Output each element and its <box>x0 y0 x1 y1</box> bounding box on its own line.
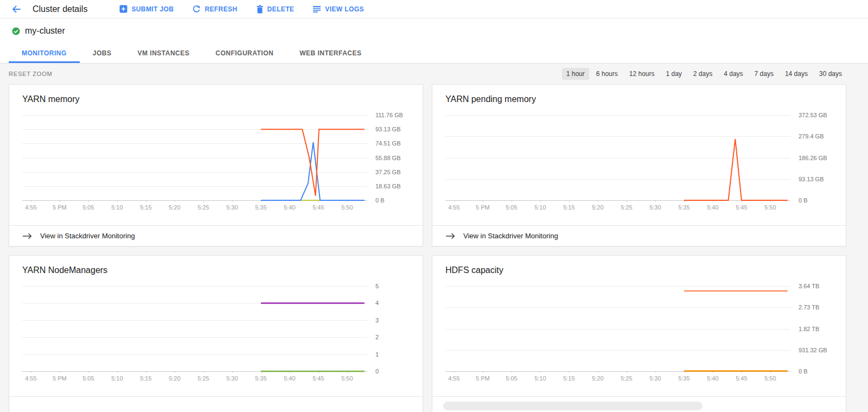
time-range-option[interactable]: 12 hours <box>625 68 659 80</box>
chart-title: HDFS capacity <box>432 256 846 275</box>
stackdriver-link[interactable]: View in Stackdriver Monitoring <box>432 225 846 246</box>
tab-monitoring[interactable]: MONITORING <box>9 43 80 63</box>
chart-y-axis: 111.76 GB93.13 GB74.51 GB55.88 GB37.25 G… <box>367 115 410 200</box>
y-axis-label: 0 <box>375 368 379 375</box>
tab-jobs[interactable]: JOBS <box>80 43 125 63</box>
x-axis-label: 5 PM <box>53 204 67 211</box>
x-axis-label: 5:15 <box>140 204 151 211</box>
y-axis-label: 93.13 GB <box>375 126 400 132</box>
tab-vm-instances-label: VM INSTANCES <box>137 49 189 57</box>
time-range-option[interactable]: 1 day <box>662 68 686 80</box>
chart-y-axis: 543210 <box>367 286 410 371</box>
y-axis-label: 111.76 GB <box>375 112 403 118</box>
y-axis-label: 1 <box>375 351 379 358</box>
reset-zoom-button[interactable]: RESET ZOOM <box>9 71 53 77</box>
y-axis-label: 37.25 GB <box>375 169 400 175</box>
y-axis-label: 931.32 GB <box>799 347 827 353</box>
chart-title: YARN pending memory <box>432 85 846 104</box>
time-range-option[interactable]: 2 days <box>689 68 717 80</box>
x-axis-label: 4:55 <box>25 375 36 382</box>
chart-x-axis: 4:555 PM5:055:105:155:205:255:305:355:40… <box>22 200 367 211</box>
chart-plot-area[interactable] <box>445 115 790 200</box>
time-range-option[interactable]: 30 days <box>815 68 846 80</box>
tab-vm-instances[interactable]: VM INSTANCES <box>124 43 202 63</box>
x-axis-label: 5:15 <box>563 375 575 382</box>
x-axis-label: 5:45 <box>312 204 324 211</box>
submit-job-label: SUBMIT JOB <box>131 5 174 13</box>
tab-web-interfaces[interactable]: WEB INTERFACES <box>286 43 374 63</box>
tab-configuration[interactable]: CONFIGURATION <box>202 43 286 63</box>
chart-series-svg <box>445 115 790 200</box>
x-axis-label: 5 PM <box>53 375 67 382</box>
page-title: Cluster details <box>33 4 87 14</box>
stackdriver-link[interactable] <box>9 396 423 412</box>
x-axis-label: 5:35 <box>678 204 690 211</box>
chart-line <box>684 139 788 200</box>
x-axis-label: 5:20 <box>169 375 180 382</box>
y-axis-label: 0 B <box>799 197 808 204</box>
chart: 372.53 GB279.4 GB186.26 GB93.13 GB0 B 4:… <box>432 115 846 211</box>
chart-card-yarn-pending-memory: YARN pending memory 372.53 GB279.4 GB186… <box>432 84 846 246</box>
time-range-selector: 1 hour6 hours12 hours1 day2 days4 days7 … <box>562 68 846 80</box>
y-axis-label: 279.4 GB <box>799 133 824 140</box>
chart-line <box>261 129 365 195</box>
cluster-name: my-cluster <box>25 26 65 36</box>
chart-title: YARN memory <box>9 85 423 104</box>
submit-job-button[interactable]: SUBMIT JOB <box>110 5 183 13</box>
x-axis-label: 5:25 <box>197 375 209 382</box>
y-axis-label: 93.13 GB <box>799 176 824 182</box>
x-axis-label: 5:30 <box>649 204 661 211</box>
x-axis-label: 5:25 <box>621 375 632 382</box>
chart-plot-area[interactable] <box>445 286 790 371</box>
x-axis-label: 5:50 <box>341 204 353 211</box>
chart-x-axis: 4:555 PM5:055:105:155:205:255:305:355:40… <box>445 200 790 211</box>
stackdriver-link[interactable] <box>432 396 846 412</box>
x-axis-label: 5:15 <box>140 375 151 382</box>
chart-series-svg <box>22 286 367 371</box>
y-axis-label: 3 <box>375 317 379 324</box>
monitoring-content: RESET ZOOM 1 hour6 hours12 hours1 day2 d… <box>0 64 868 412</box>
y-axis-label: 0 B <box>799 368 808 375</box>
y-axis-label: 2.73 TB <box>799 304 819 310</box>
chart-x-axis: 4:555 PM5:055:105:155:205:255:305:355:40… <box>22 371 367 382</box>
x-axis-label: 5:50 <box>764 375 776 382</box>
time-range-option[interactable]: 7 days <box>750 68 778 80</box>
x-axis-label: 5:25 <box>621 204 632 211</box>
x-axis-label: 5:45 <box>736 204 747 211</box>
status-ok-icon <box>12 27 20 35</box>
chart: 111.76 GB93.13 GB74.51 GB55.88 GB37.25 G… <box>9 115 423 211</box>
x-axis-label: 4:55 <box>25 204 36 211</box>
refresh-button[interactable]: REFRESH <box>183 5 246 14</box>
time-range-option[interactable]: 1 hour <box>562 68 589 80</box>
arrow-right-icon <box>22 233 32 239</box>
trash-icon <box>256 5 264 14</box>
x-axis-label: 5:40 <box>707 204 718 211</box>
delete-button[interactable]: DELETE <box>247 5 304 14</box>
charts-grid: YARN memory 111.76 GB93.13 GB74.51 GB55.… <box>9 84 846 412</box>
delete-label: DELETE <box>267 5 295 13</box>
y-axis-label: 4 <box>375 300 379 306</box>
time-range-option[interactable]: 6 hours <box>592 68 622 80</box>
chart-plot-area[interactable] <box>22 115 367 200</box>
x-axis-label: 5:50 <box>764 204 776 211</box>
x-axis-label: 5:50 <box>341 375 353 382</box>
y-axis-label: 0 B <box>375 197 385 204</box>
time-range-option[interactable]: 14 days <box>781 68 812 80</box>
y-axis-label: 55.88 GB <box>375 155 400 161</box>
x-axis-label: 5:20 <box>592 375 603 382</box>
back-button[interactable] <box>8 1 25 18</box>
top-toolbar: Cluster details SUBMIT JOB REFRESH DELET… <box>0 0 868 18</box>
view-logs-button[interactable]: VIEW LOGS <box>303 5 373 13</box>
x-axis-label: 5:05 <box>82 204 94 211</box>
cluster-header: my-cluster <box>0 18 868 43</box>
time-range-option[interactable]: 4 days <box>719 68 747 80</box>
chart-plot-area[interactable] <box>22 286 367 371</box>
x-axis-label: 5:20 <box>169 204 180 211</box>
y-axis-label: 5 <box>375 283 379 289</box>
stackdriver-link[interactable]: View in Stackdriver Monitoring <box>9 225 423 246</box>
chart-card-yarn-nodemanagers: YARN NodeManagers 543210 4:555 PM5:055:1… <box>9 255 423 412</box>
tab-web-interfaces-label: WEB INTERFACES <box>299 49 361 57</box>
chart: 543210 4:555 PM5:055:105:155:205:255:305… <box>9 286 423 382</box>
x-axis-label: 5:30 <box>226 204 238 211</box>
x-axis-label: 5:10 <box>534 375 546 382</box>
